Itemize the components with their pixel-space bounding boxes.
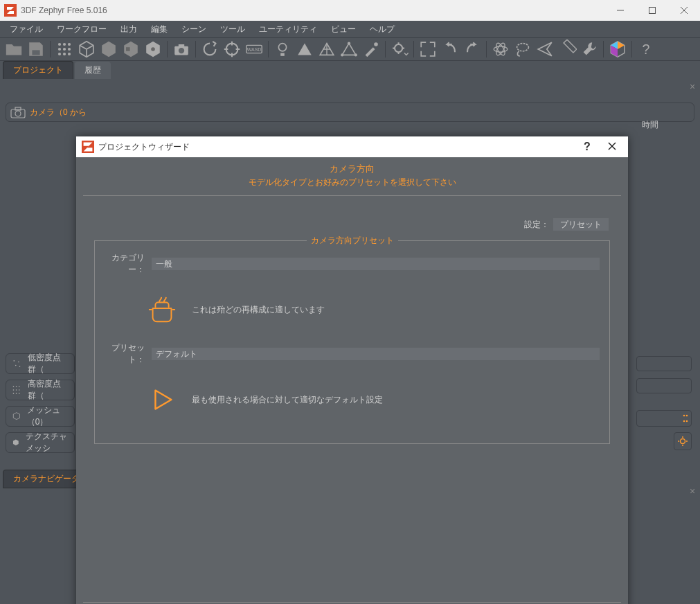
camera-count-bar[interactable]: カメラ（0 から [6,103,694,122]
panel-close-icon[interactable]: × [688,82,697,91]
preset-description: 最も使用される場合に対して適切なデフォルト設定 [192,394,383,406]
minimize-button[interactable] [604,0,636,21]
svg-point-48 [16,393,17,394]
undo-icon[interactable] [440,39,460,59]
refresh-icon[interactable] [200,39,219,59]
menu-scene[interactable]: シーン [176,22,212,37]
svg-point-7 [68,43,71,46]
wasd-icon[interactable]: WASD [244,39,264,59]
tab-project[interactable]: プロジェクト [3,61,73,79]
cube-wire-icon[interactable] [77,39,96,59]
svg-point-46 [19,389,20,391]
right-input-2[interactable] [636,378,692,393]
orbit-icon[interactable] [222,39,242,59]
svg-rect-18 [179,44,184,47]
svg-rect-1 [649,8,656,14]
save-icon[interactable] [26,39,46,59]
dialog-title: プロジェクトウィザード [98,141,190,153]
triangle-point-icon[interactable] [339,39,359,59]
svg-point-10 [68,48,71,51]
cube-solid-icon[interactable] [99,39,118,59]
dialog-help-button[interactable]: ? [577,141,598,153]
mesh-cube-icon [12,410,21,423]
help-icon[interactable]: ? [636,39,656,59]
camera-small-icon [10,106,26,118]
svg-point-13 [68,53,71,55]
svg-point-42 [16,386,17,387]
sun-button[interactable] [674,432,692,450]
main-toolbar: WASD ? [0,37,700,61]
drag-dots-icon [683,414,688,423]
dialog-titlebar: プロジェクトウィザード ? [76,136,628,157]
brush-icon[interactable] [361,39,381,59]
triangle-wire-icon[interactable] [317,39,336,59]
preset-select[interactable]: デフォルト [152,348,600,360]
redo-icon[interactable] [463,39,482,59]
menu-file[interactable]: ファイル [4,22,48,37]
textured-mesh-button[interactable]: テクスチャメッシ [6,432,75,453]
svg-point-41 [13,386,15,387]
cube-textured-icon[interactable] [121,39,141,59]
main-area: × カメラ（0 から 時間 低密度点群（ 高密度点群（ メッシュ（0） テクスチ… [0,79,700,600]
menu-output[interactable]: 出力 [115,22,143,37]
camera-count-label: カメラ（0 から [30,107,87,118]
ruler-icon[interactable] [557,39,577,59]
camera-icon[interactable] [172,39,191,59]
svg-point-35 [15,111,21,116]
preset-fieldset: カメラ方向プリセット カテゴリー： 一般 [94,240,610,444]
right-input-1[interactable] [636,356,692,371]
svg-rect-32 [564,39,577,53]
svg-point-17 [179,48,184,53]
cube-render-icon[interactable] [143,39,163,59]
svg-text:?: ? [643,42,650,57]
fieldset-legend: カメラ方向プリセット [307,235,398,247]
mesh-button[interactable]: メッシュ（0） [6,406,75,427]
cube-color-icon[interactable] [608,39,627,59]
svg-point-15 [151,47,155,51]
send-icon[interactable] [535,39,555,59]
maximize-button[interactable] [636,0,668,21]
svg-point-49 [19,393,20,394]
lasso-icon[interactable] [513,39,532,59]
open-icon[interactable] [4,39,24,59]
panel-close-bottom-icon[interactable]: × [688,486,697,496]
category-select[interactable]: 一般 [152,258,600,270]
preset-label: プリセット： [105,342,145,366]
close-button[interactable] [668,0,700,21]
wrench-icon[interactable] [580,39,599,59]
right-dots-bar[interactable] [636,410,692,427]
svg-point-5 [58,43,61,46]
gear-dropdown-icon[interactable] [390,39,409,59]
settings-dropdown[interactable]: プリセット [553,218,609,231]
dialog-logo-icon [82,141,94,153]
svg-point-53 [686,420,688,423]
menu-tools[interactable]: ツール [215,22,251,37]
svg-point-40 [19,366,21,367]
menu-edit[interactable]: 編集 [145,22,173,37]
triangle-fill-icon[interactable] [295,39,314,59]
dialog-close-button[interactable] [602,142,622,152]
menu-bar: ファイル ワークフロー 出力 編集 シーン ツール ユーティリティ ビュー ヘル… [0,21,700,37]
window-title: 3DF Zephyr Free 5.016 [21,6,107,15]
atom-icon[interactable] [491,39,510,59]
project-tabs: プロジェクト 履歴 [0,61,700,79]
fullscreen-icon[interactable] [418,39,438,59]
svg-point-8 [58,48,61,51]
sun-icon [677,436,688,447]
low-density-button[interactable]: 低密度点群（ [6,353,75,374]
textured-mesh-label: テクスチャメッシ [26,431,69,454]
svg-point-26 [374,42,378,46]
menu-help[interactable]: ヘルプ [364,22,400,37]
svg-point-24 [341,53,343,56]
category-description: これは殆どの再構成に適しています [192,304,325,316]
svg-point-31 [517,44,529,51]
menu-workflow[interactable]: ワークフロー [51,22,112,37]
wizard-dots-icon[interactable] [55,39,74,59]
menu-view[interactable]: ビュー [325,22,361,37]
high-density-button[interactable]: 高密度点群（ [6,380,75,400]
tab-history[interactable]: 履歴 [75,62,111,79]
light-icon[interactable] [273,39,292,59]
svg-point-6 [63,43,66,46]
time-column-label: 時間 [642,119,658,131]
menu-utility[interactable]: ユーティリティ [253,22,323,37]
